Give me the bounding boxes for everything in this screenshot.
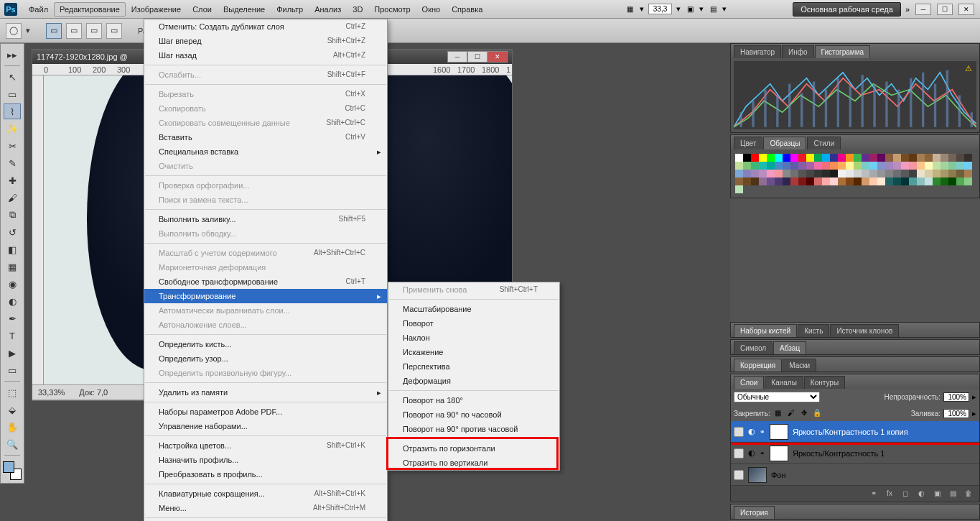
wand-tool[interactable]: ✨ — [4, 121, 21, 137]
zoom-input[interactable]: 33,3 — [648, 4, 672, 14]
swatch[interactable] — [759, 170, 767, 177]
swatch[interactable] — [909, 177, 917, 185]
swatch[interactable] — [869, 177, 877, 185]
swatch[interactable] — [838, 170, 846, 177]
swatch[interactable] — [854, 177, 862, 185]
subtract-selection-icon[interactable]: ▭ — [86, 23, 102, 39]
tab-info[interactable]: Инфо — [782, 45, 814, 58]
menu-3d[interactable]: 3D — [347, 2, 368, 17]
swatch[interactable] — [917, 170, 925, 177]
gradient-tool[interactable]: ▦ — [4, 259, 21, 275]
menu-item[interactable]: Клавиатурные сокращения...Alt+Shift+Ctrl… — [144, 487, 387, 501]
swatch[interactable] — [893, 162, 901, 170]
swatch[interactable] — [909, 170, 917, 177]
crop-tool[interactable]: ✂ — [4, 138, 21, 154]
swatch[interactable] — [759, 177, 767, 185]
swatch[interactable] — [964, 170, 972, 177]
swatch[interactable] — [783, 162, 790, 170]
swatch[interactable] — [814, 177, 822, 185]
close-button[interactable]: ✕ — [958, 4, 974, 15]
swatch[interactable] — [933, 154, 941, 162]
swatch[interactable] — [798, 154, 806, 162]
tab-brush[interactable]: Кисть — [798, 324, 829, 337]
swatch[interactable] — [790, 170, 798, 177]
tab-swatches[interactable]: Образцы — [763, 137, 806, 149]
swatch[interactable] — [806, 177, 814, 185]
swatch[interactable] — [964, 177, 972, 185]
swatch[interactable] — [735, 185, 743, 193]
swatch[interactable] — [877, 154, 885, 162]
visibility-toggle[interactable] — [734, 448, 744, 458]
menu-item[interactable]: Меню...Alt+Shift+Ctrl+M — [144, 501, 387, 515]
swatch[interactable] — [775, 170, 783, 177]
swatch[interactable] — [790, 177, 798, 185]
new-selection-icon[interactable]: ▭ — [46, 23, 62, 39]
swatch[interactable] — [869, 170, 877, 177]
swatch[interactable] — [767, 154, 775, 162]
swatch[interactable] — [964, 162, 972, 170]
menu-item[interactable]: Свободное трансформированиеCtrl+T — [144, 275, 387, 289]
menu-item[interactable]: Перспектива — [388, 359, 559, 374]
tab-brush-presets[interactable]: Наборы кистей — [734, 324, 797, 337]
swatch[interactable] — [751, 177, 759, 185]
menu-анализ[interactable]: Анализ — [309, 2, 347, 17]
lock-transparency-icon[interactable]: ▦ — [773, 408, 783, 418]
swatch[interactable] — [877, 162, 885, 170]
swatch[interactable] — [925, 177, 933, 185]
swatch[interactable] — [767, 177, 775, 185]
tab-character[interactable]: Символ — [734, 341, 773, 354]
layer-thumbnail[interactable] — [770, 446, 788, 461]
more-icon[interactable]: » — [905, 5, 910, 14]
pen-tool[interactable]: ✒ — [4, 310, 21, 326]
swatch[interactable] — [759, 154, 767, 162]
menu-окно[interactable]: Окно — [416, 2, 447, 17]
swatch[interactable] — [901, 177, 909, 185]
menu-item[interactable]: Отменить: Создать дубликат слояCtrl+Z — [144, 19, 387, 34]
workspace-button[interactable]: Основная рабочая среда — [793, 2, 901, 17]
view-extras-icon[interactable]: ▤ — [708, 4, 718, 14]
swatch[interactable] — [909, 154, 917, 162]
foreground-color[interactable] — [3, 461, 14, 473]
swatch[interactable] — [822, 177, 830, 185]
swatch[interactable] — [948, 162, 956, 170]
lasso-tool[interactable]: ⌇ — [4, 103, 21, 119]
layer-mask-icon[interactable]: ◻ — [900, 489, 910, 499]
adjustment-layer-icon[interactable]: ◐ — [916, 489, 926, 499]
swatch[interactable] — [893, 177, 901, 185]
swatch[interactable] — [877, 177, 885, 185]
swatch[interactable] — [917, 177, 925, 185]
expand-icon[interactable]: ▸▸ — [4, 47, 21, 63]
menu-item[interactable]: Определить узор... — [144, 351, 387, 366]
swatch[interactable] — [838, 154, 846, 162]
tab-clone-source[interactable]: Источник клонов — [830, 324, 899, 337]
swatch[interactable] — [838, 162, 846, 170]
swatch[interactable] — [735, 162, 743, 170]
tab-styles[interactable]: Стили — [807, 137, 841, 149]
intersect-selection-icon[interactable]: ▭ — [106, 23, 122, 39]
layer-fx-icon[interactable]: fx — [885, 489, 895, 499]
menu-item[interactable]: Шаг впередShift+Ctrl+Z — [144, 34, 387, 48]
swatch[interactable] — [901, 162, 909, 170]
menu-item[interactable]: Шаг назадAlt+Ctrl+Z — [144, 48, 387, 63]
eraser-tool[interactable]: ◧ — [4, 241, 21, 257]
swatch[interactable] — [743, 154, 751, 162]
menu-файл[interactable]: Файл — [23, 2, 54, 17]
healing-tool[interactable]: ✚ — [4, 172, 21, 188]
opacity-input[interactable]: 100% — [943, 392, 969, 402]
swatch[interactable] — [933, 170, 941, 177]
swatch[interactable] — [941, 170, 948, 177]
dodge-tool[interactable]: ◐ — [4, 293, 21, 309]
layer-row[interactable]: ◐⚭Яркость/Контрастность 1 — [731, 443, 979, 464]
swatch[interactable] — [767, 162, 775, 170]
history-brush-tool[interactable]: ↺ — [4, 224, 21, 240]
swatch[interactable] — [806, 162, 814, 170]
swatch[interactable] — [925, 162, 933, 170]
fill-input[interactable]: 100% — [943, 409, 969, 418]
layer-row[interactable]: Фон — [731, 464, 979, 486]
swatch[interactable] — [862, 170, 869, 177]
swatch[interactable] — [783, 154, 790, 162]
shape-tool[interactable]: ▭ — [4, 362, 21, 378]
layer-row[interactable]: ◐⚭Яркость/Контрастность 1 копия — [731, 421, 979, 443]
swatch[interactable] — [917, 154, 925, 162]
menu-item[interactable]: Назначить профиль... — [144, 453, 387, 467]
